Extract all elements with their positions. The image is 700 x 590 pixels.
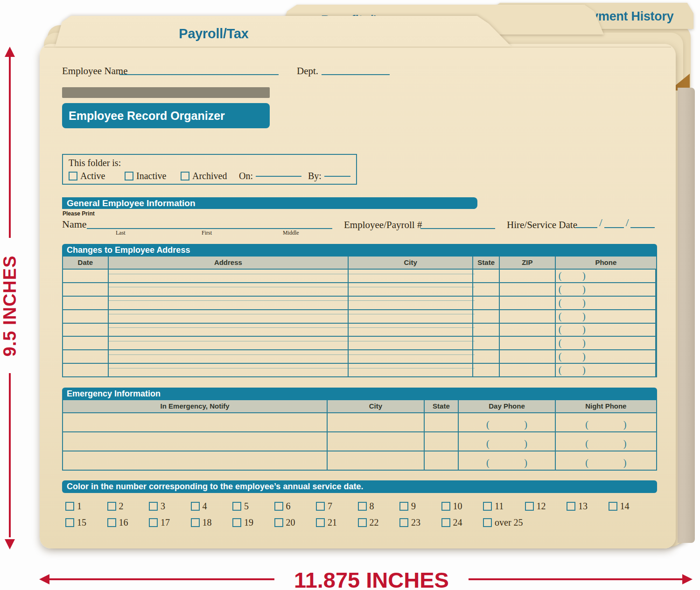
service-checkbox-item[interactable]: 7 (316, 501, 332, 512)
address-cell[interactable] (473, 350, 500, 363)
service-checkbox-item[interactable]: 4 (191, 501, 207, 512)
emergency-cell[interactable]: () (459, 451, 555, 470)
emergency-cell[interactable]: () (459, 413, 555, 431)
service-checkbox-item[interactable]: 20 (274, 517, 295, 528)
status-option-archived[interactable]: Archived (181, 171, 227, 181)
service-checkbox-item[interactable]: 14 (609, 501, 630, 512)
service-checkbox-item[interactable]: 18 (191, 517, 212, 528)
name-field[interactable]: Last First Middle (87, 228, 332, 229)
service-year-checkbox[interactable] (107, 518, 116, 527)
address-cell[interactable] (109, 337, 349, 349)
address-cell[interactable] (109, 283, 349, 296)
address-cell[interactable] (473, 270, 500, 282)
address-cell[interactable] (349, 350, 473, 363)
by-field[interactable] (324, 176, 350, 177)
address-cell[interactable] (349, 297, 473, 309)
service-checkbox-item[interactable]: 3 (149, 501, 165, 512)
address-cell[interactable]: () (556, 350, 656, 363)
address-cell[interactable]: () (556, 283, 656, 296)
address-cell[interactable] (500, 270, 556, 282)
address-cell[interactable] (473, 310, 500, 323)
address-cell[interactable] (63, 310, 109, 323)
employee-name-field[interactable] (119, 74, 279, 75)
service-year-checkbox[interactable] (399, 518, 408, 527)
service-year-checkbox[interactable] (232, 518, 241, 527)
address-cell[interactable] (63, 324, 109, 336)
service-checkbox-item[interactable]: over 25 (483, 517, 523, 528)
address-cell[interactable] (63, 364, 109, 376)
service-year-checkbox[interactable] (191, 502, 200, 511)
service-year-checkbox[interactable] (65, 502, 74, 511)
tab-payroll-tax[interactable]: Payroll/Tax (55, 16, 511, 47)
service-checkbox-item[interactable]: 23 (399, 517, 420, 528)
service-checkbox-item[interactable]: 24 (441, 517, 462, 528)
on-date-field[interactable] (256, 176, 301, 177)
service-year-checkbox[interactable] (525, 502, 534, 511)
emergency-cell[interactable] (63, 432, 328, 451)
emergency-cell[interactable]: () (556, 413, 656, 431)
emergency-cell[interactable]: () (556, 451, 656, 470)
address-cell[interactable] (349, 324, 473, 336)
address-cell[interactable] (63, 350, 109, 363)
address-cell[interactable] (500, 364, 556, 376)
address-cell[interactable] (349, 364, 473, 376)
address-cell[interactable] (349, 270, 473, 282)
archived-checkbox[interactable] (181, 172, 189, 180)
service-year-checkbox[interactable] (441, 518, 450, 527)
service-checkbox-item[interactable]: 19 (232, 517, 253, 528)
address-cell[interactable]: () (556, 324, 656, 336)
service-checkbox-item[interactable]: 6 (274, 501, 291, 512)
hire-date-month-field[interactable] (576, 227, 597, 228)
emergency-cell[interactable] (328, 432, 424, 451)
address-cell[interactable] (109, 324, 349, 336)
emergency-cell[interactable] (425, 413, 459, 431)
service-year-checkbox[interactable] (65, 518, 74, 527)
address-cell[interactable]: () (556, 337, 656, 349)
address-cell[interactable]: () (556, 310, 656, 323)
emergency-cell[interactable] (328, 451, 424, 470)
active-checkbox[interactable] (69, 172, 77, 180)
address-cell[interactable] (500, 350, 556, 363)
service-checkbox-item[interactable]: 22 (358, 517, 379, 528)
emergency-cell[interactable] (425, 432, 459, 451)
address-cell[interactable]: () (556, 364, 656, 376)
service-checkbox-item[interactable]: 21 (316, 517, 337, 528)
address-cell[interactable] (109, 364, 349, 376)
service-checkbox-item[interactable]: 8 (358, 501, 374, 512)
address-cell[interactable] (109, 350, 349, 363)
service-checkbox-item[interactable]: 13 (567, 501, 588, 512)
address-cell[interactable] (63, 297, 109, 309)
address-cell[interactable] (473, 297, 500, 309)
service-year-checkbox[interactable] (358, 518, 367, 527)
service-year-checkbox[interactable] (149, 518, 158, 527)
service-year-checkbox[interactable] (567, 502, 575, 511)
address-cell[interactable] (109, 297, 349, 309)
service-checkbox-item[interactable]: 1 (65, 501, 82, 512)
service-year-checkbox[interactable] (232, 502, 241, 511)
address-cell[interactable] (473, 324, 500, 336)
service-year-checkbox[interactable] (107, 502, 116, 511)
address-cell[interactable] (473, 364, 500, 376)
inactive-checkbox[interactable] (125, 172, 133, 180)
hire-date-day-field[interactable] (604, 227, 624, 228)
service-year-checkbox[interactable] (483, 518, 492, 527)
address-cell[interactable] (500, 324, 556, 336)
service-year-checkbox[interactable] (274, 502, 283, 511)
address-cell[interactable] (500, 310, 556, 323)
service-year-checkbox[interactable] (483, 502, 492, 511)
service-checkbox-item[interactable]: 15 (65, 517, 86, 528)
emergency-cell[interactable]: () (459, 432, 555, 451)
service-checkbox-item[interactable]: 16 (107, 517, 128, 528)
address-cell[interactable] (500, 283, 556, 296)
address-cell[interactable] (349, 337, 473, 349)
emergency-cell[interactable] (63, 413, 328, 431)
status-option-inactive[interactable]: Inactive (125, 171, 166, 181)
address-cell[interactable] (473, 337, 500, 349)
address-cell[interactable] (63, 337, 109, 349)
address-cell[interactable] (109, 310, 349, 323)
emergency-cell[interactable] (328, 413, 424, 431)
address-cell[interactable] (349, 283, 473, 296)
address-cell[interactable] (473, 283, 500, 296)
hire-date-year-field[interactable] (630, 227, 655, 228)
address-cell[interactable] (63, 283, 109, 296)
